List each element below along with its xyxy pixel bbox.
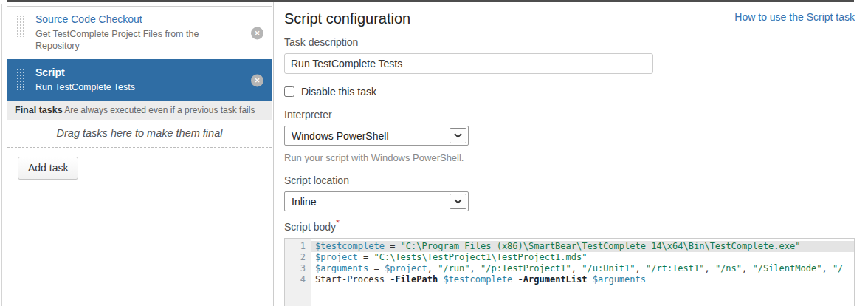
script-body-label: Script body [284, 221, 336, 233]
code-line[interactable]: $arguments = $project, "/run", "/p:TestP… [311, 263, 854, 274]
editor-code[interactable]: $testcomplete = "C:\Program Files (x86)\… [311, 239, 854, 306]
line-number: 1 [285, 241, 306, 252]
script-location-selected-value: Inline [292, 196, 316, 208]
page-left-border [1, 4, 2, 306]
drag-handle-icon[interactable] [16, 68, 24, 90]
task-title[interactable]: Source Code Checkout [35, 13, 242, 26]
remove-task-icon[interactable]: ✕ [251, 27, 264, 39]
script-location-select[interactable]: Inline [284, 191, 469, 211]
chevron-down-icon[interactable] [450, 194, 466, 209]
task-description-input[interactable] [284, 53, 653, 74]
final-tasks-header: Final tasks Are always executed even if … [7, 101, 272, 120]
chevron-down-icon[interactable] [450, 128, 466, 143]
top-divider [7, 0, 854, 2]
interpreter-label: Interpreter [284, 109, 855, 120]
line-number: 3 [285, 263, 306, 274]
script-location-label: Script location [284, 174, 855, 186]
drag-handle-icon[interactable] [16, 15, 24, 37]
disable-task-row: Disable this task [284, 86, 855, 98]
help-link[interactable]: How to use the Script task [734, 11, 855, 23]
task-subtitle: Run TestComplete Tests [35, 81, 242, 93]
line-number: 2 [285, 252, 306, 263]
final-tasks-dropzone[interactable]: Drag tasks here to make them final [7, 120, 272, 148]
required-marker: * [336, 217, 340, 228]
script-editor[interactable]: 1234 $testcomplete = "C:\Program Files (… [284, 238, 855, 306]
task-subtitle: Get TestComplete Project Files from the … [35, 28, 242, 52]
task-configuration-page: Source Code Checkout Get TestComplete Pr… [0, 0, 868, 306]
final-tasks-hint: Are always executed even if a previous t… [64, 105, 255, 115]
interpreter-helper-text: Run your script with Windows PowerShell. [284, 152, 855, 163]
line-number: 4 [285, 274, 306, 285]
code-line[interactable]: $project = "C:\Tests\TestProject1\TestPr… [311, 252, 854, 263]
script-configuration-panel: Script configuration How to use the Scri… [284, 9, 855, 306]
task-list-sidebar: Source Code Checkout Get TestComplete Pr… [7, 6, 272, 180]
final-tasks-label: Final tasks [15, 105, 63, 115]
code-line[interactable]: Start-Process -FilePath $testcomplete -A… [311, 274, 854, 285]
task-card-source-code-checkout[interactable]: Source Code Checkout Get TestComplete Pr… [7, 6, 272, 59]
script-body-label-row: Script body* [284, 221, 855, 233]
page-title: Script configuration [284, 9, 410, 28]
interpreter-selected-value: Windows PowerShell [292, 130, 389, 142]
interpreter-select[interactable]: Windows PowerShell [284, 126, 469, 146]
task-description-label: Task description [284, 36, 855, 48]
disable-task-checkbox[interactable] [284, 86, 294, 97]
task-card-script[interactable]: Script Run TestComplete Tests ✕ [7, 59, 272, 101]
code-line[interactable]: $testcomplete = "C:\Program Files (x86)\… [311, 241, 854, 252]
sidebar-main-divider [273, 2, 274, 306]
panel-header: Script configuration How to use the Scri… [284, 9, 855, 28]
editor-gutter: 1234 [285, 239, 311, 306]
disable-task-label[interactable]: Disable this task [301, 86, 376, 98]
task-title[interactable]: Script [35, 67, 242, 79]
add-task-button[interactable]: Add task [18, 157, 78, 180]
remove-task-icon[interactable]: ✕ [251, 74, 264, 86]
